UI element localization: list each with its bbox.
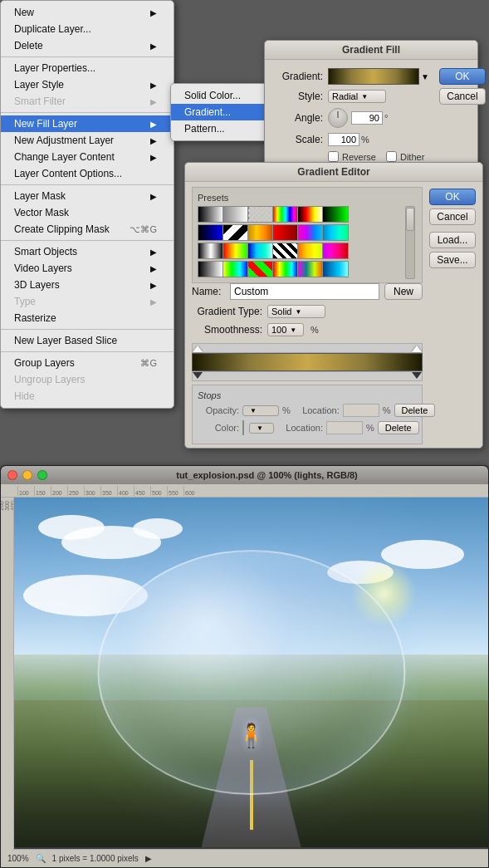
menu-item-video-layers[interactable]: Video Layers ▶ <box>1 260 174 277</box>
preset-swatch[interactable] <box>198 243 224 259</box>
preset-swatch[interactable] <box>247 243 274 259</box>
ps-arrow-icon[interactable]: ▶ <box>145 854 152 863</box>
preset-swatch[interactable] <box>322 206 349 223</box>
preset-swatch[interactable] <box>222 261 249 277</box>
ps-canvas[interactable]: 🧍 <box>14 498 488 847</box>
preset-swatch[interactable] <box>198 261 224 277</box>
dither-checkbox[interactable] <box>386 151 397 162</box>
menu-item-layer-mask[interactable]: Layer Mask ▶ <box>1 188 174 204</box>
submenu-gradient[interactable]: Gradient... <box>171 104 277 120</box>
submenu-pattern[interactable]: Pattern... <box>171 120 277 137</box>
ge-smooth-unit: % <box>311 325 319 335</box>
submenu-solid-color[interactable]: Solid Color... <box>171 87 277 104</box>
ps-close-button[interactable] <box>7 470 17 480</box>
color-location-label: Location: <box>277 423 323 433</box>
menu-item-3d-layers[interactable]: 3D Layers ▶ <box>1 277 174 293</box>
context-menu: New ▶ Duplicate Layer... Delete ▶ Layer … <box>0 0 174 409</box>
ps-figure: 🧍 <box>237 722 266 749</box>
opacity-location-label: Location: <box>294 405 340 415</box>
ge-type-dropdown[interactable]: Solid ▼ <box>267 305 325 318</box>
delete-color-button[interactable]: Delete <box>378 421 419 434</box>
dropdown-arrow-icon: ▼ <box>361 93 368 101</box>
preset-swatch[interactable] <box>297 206 324 223</box>
preset-swatch[interactable] <box>198 224 224 241</box>
menu-item-smart-objects[interactable]: Smart Objects ▶ <box>1 243 174 260</box>
menu-item-content-options[interactable]: Layer Content Options... <box>1 165 174 182</box>
ps-sphere <box>97 550 405 795</box>
menu-item-new[interactable]: New ▶ <box>1 4 174 21</box>
menu-item-clipping-mask[interactable]: Create Clipping Mask ⌥⌘G <box>1 221 174 238</box>
gradient-preview[interactable] <box>328 68 419 85</box>
menu-item-new-adjustment[interactable]: New Adjustment Layer ▶ <box>1 132 174 149</box>
fill-layer-submenu: Solid Color... Gradient... Pattern... <box>170 83 278 141</box>
preset-swatch[interactable] <box>247 261 274 277</box>
ge-type-label: Gradient Type: <box>192 306 262 317</box>
preset-swatch[interactable] <box>297 261 324 277</box>
opacity-dropdown[interactable]: ▼ <box>242 405 279 416</box>
angle-input[interactable]: 90 <box>351 111 383 125</box>
dialog-title: Gradient Fill <box>265 41 477 60</box>
preset-swatch[interactable] <box>198 206 224 223</box>
ps-minimize-button[interactable] <box>22 470 32 480</box>
menu-item-new-fill[interactable]: New Fill Layer ▶ <box>1 115 174 132</box>
ge-smooth-label: Smoothness: <box>192 324 262 336</box>
preset-swatch[interactable] <box>272 206 299 223</box>
ge-load-button[interactable]: Load... <box>429 232 476 248</box>
gradient-label: Gradient: <box>273 71 323 82</box>
menu-item-vector-mask[interactable]: Vector Mask <box>1 204 174 221</box>
ge-save-button[interactable]: Save... <box>429 252 476 268</box>
menu-item-change-content[interactable]: Change Layer Content ▶ <box>1 149 174 165</box>
gradient-arrow[interactable]: ▼ <box>421 72 429 81</box>
ge-smooth-dropdown[interactable]: 100 ▼ <box>267 323 304 336</box>
preset-swatch[interactable] <box>222 243 249 259</box>
preset-swatch[interactable] <box>322 243 349 259</box>
color-loc-pct: % <box>366 423 374 433</box>
color-swatch[interactable] <box>242 420 244 435</box>
color-location-input[interactable] <box>326 421 363 434</box>
ge-cancel-button[interactable]: Cancel <box>429 208 476 225</box>
dropdown-arrow-icon: ▼ <box>257 424 263 432</box>
gf-cancel-button[interactable]: Cancel <box>439 88 486 105</box>
arrow-icon: ▶ <box>150 297 157 306</box>
preset-swatch[interactable] <box>272 224 299 241</box>
menu-item-properties[interactable]: Layer Properties... <box>1 60 174 76</box>
reverse-label: Reverse <box>342 152 376 162</box>
menu-item-style[interactable]: Layer Style ▶ <box>1 76 174 93</box>
preset-swatch[interactable] <box>322 261 349 277</box>
gf-dialog-buttons: OK Cancel <box>439 68 486 105</box>
ps-maximize-button[interactable] <box>37 470 47 480</box>
gf-ok-button[interactable]: OK <box>439 68 486 85</box>
preset-swatch[interactable] <box>322 224 349 241</box>
color-mode-dropdown[interactable]: ▼ <box>249 423 274 434</box>
separator <box>1 184 174 185</box>
style-dropdown[interactable]: Radial ▼ <box>328 90 386 103</box>
scale-input[interactable]: 100 <box>328 133 359 146</box>
menu-item-rasterize[interactable]: Rasterize <box>1 310 174 326</box>
ge-stops-title: Stops <box>198 390 417 400</box>
opacity-location-input[interactable] <box>343 404 379 417</box>
ge-name-input[interactable]: Custom <box>230 283 379 300</box>
ps-zoom-icon[interactable]: 🔍 <box>36 854 46 863</box>
dropdown-arrow-icon: ▼ <box>290 326 296 334</box>
preset-swatch[interactable] <box>247 206 274 223</box>
angle-widget[interactable] <box>328 108 348 128</box>
preset-swatch[interactable] <box>272 261 299 277</box>
separator <box>1 329 174 330</box>
ge-gradient-bar[interactable] <box>192 353 423 371</box>
ge-new-button[interactable]: New <box>384 283 423 300</box>
preset-swatch[interactable] <box>297 243 324 259</box>
menu-item-group[interactable]: Group Layers ⌘G <box>1 355 174 371</box>
menu-item-duplicate[interactable]: Duplicate Layer... <box>1 21 174 37</box>
preset-swatch[interactable] <box>272 243 299 259</box>
reverse-checkbox[interactable] <box>328 151 339 162</box>
ge-ok-button[interactable]: OK <box>429 189 476 205</box>
preset-swatch[interactable] <box>247 224 274 241</box>
menu-item-new-slice[interactable]: New Layer Based Slice <box>1 332 174 349</box>
menu-item-smart-filter: Smart Filter ▶ <box>1 93 174 110</box>
ge-dialog-title: Gradient Editor <box>185 163 482 182</box>
menu-item-delete[interactable]: Delete ▶ <box>1 37 174 54</box>
style-label: Style: <box>273 91 323 102</box>
preset-swatch[interactable] <box>297 224 324 241</box>
preset-swatch[interactable] <box>222 224 249 241</box>
preset-swatch[interactable] <box>222 206 249 223</box>
